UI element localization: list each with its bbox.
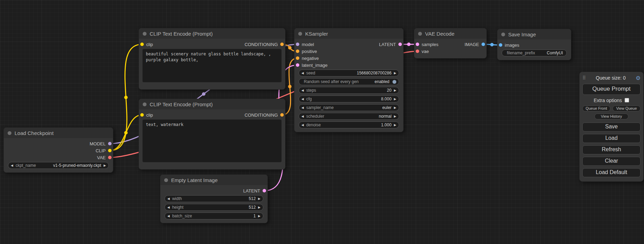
sampler-name-widget[interactable]: ◀ sampler_name euler ▶ bbox=[299, 104, 399, 111]
collapse-dot-icon[interactable] bbox=[164, 178, 168, 182]
positive-input-port[interactable] bbox=[296, 49, 299, 53]
latent-output-port[interactable] bbox=[263, 189, 266, 192]
slot-label: IMAGE bbox=[465, 42, 479, 47]
widget-value: 512 bbox=[249, 205, 256, 210]
decrement-arrow-icon[interactable]: ◀ bbox=[301, 115, 304, 118]
clip-output-port[interactable] bbox=[108, 149, 112, 152]
increment-arrow-icon[interactable]: ▶ bbox=[104, 164, 106, 167]
settings-gear-icon[interactable]: ⚙ bbox=[636, 75, 641, 81]
widget-label: denoise bbox=[306, 123, 321, 127]
increment-arrow-icon[interactable]: ▶ bbox=[394, 115, 396, 118]
node-title-bar: Empty Latent Image bbox=[160, 175, 267, 185]
decrement-arrow-icon[interactable]: ◀ bbox=[301, 72, 304, 75]
decrement-arrow-icon[interactable]: ◀ bbox=[301, 106, 304, 109]
node-empty-latent-image[interactable]: Empty Latent Image LATENT ◀ width 512 ▶ … bbox=[160, 174, 268, 223]
filename-prefix-widget[interactable]: filename_prefix ComfyUI bbox=[502, 49, 567, 56]
toggle-indicator-icon[interactable] bbox=[392, 80, 396, 84]
widget-label: Random seed after every gen bbox=[304, 79, 359, 84]
node-load-checkpoint[interactable]: Load Checkpoint MODEL CLIP VAE bbox=[3, 127, 113, 173]
increment-arrow-icon[interactable]: ▶ bbox=[394, 72, 396, 75]
widget-label: steps bbox=[306, 88, 316, 93]
node-clip-text-encode-negative[interactable]: CLIP Text Encode (Prompt) clip CONDITION… bbox=[139, 99, 285, 170]
image-output-port[interactable] bbox=[482, 43, 485, 46]
node-graph-canvas[interactable]: Load Checkpoint MODEL CLIP VAE bbox=[0, 0, 644, 244]
ckpt-name-widget[interactable]: ◀ ckpt_name v1-5-pruned-emaonly.ckpt ▶ bbox=[8, 162, 109, 169]
queue-menu-panel[interactable]: ⠿ Queue size: 0 ⚙ Queue Prompt Extra opt… bbox=[579, 72, 644, 182]
link-wire bbox=[110, 115, 142, 151]
collapse-dot-icon[interactable] bbox=[8, 131, 11, 135]
scheduler-widget[interactable]: ◀ scheduler normal ▶ bbox=[299, 113, 399, 120]
latent-image-input-port[interactable] bbox=[296, 63, 299, 67]
decrement-arrow-icon[interactable]: ◀ bbox=[11, 164, 13, 167]
conditioning-output-port[interactable] bbox=[280, 113, 284, 117]
view-history-button[interactable]: View History bbox=[594, 114, 628, 119]
load-default-button[interactable]: Load Default bbox=[582, 168, 641, 177]
node-title-bar: KSampler bbox=[294, 28, 403, 39]
denoise-widget[interactable]: ◀ denoise 1.000 ▶ bbox=[299, 121, 399, 128]
extra-options-checkbox[interactable] bbox=[625, 98, 629, 102]
decrement-arrow-icon[interactable]: ◀ bbox=[301, 98, 304, 101]
decrement-arrow-icon[interactable]: ◀ bbox=[167, 197, 170, 200]
vae-input-port[interactable] bbox=[416, 49, 419, 53]
random-seed-toggle-widget[interactable]: Random seed after every gen enabled bbox=[299, 78, 399, 85]
clip-input-port[interactable] bbox=[140, 43, 144, 46]
node-title: Save Image bbox=[508, 31, 536, 37]
seed-widget[interactable]: ◀ seed 156680208700286 ▶ bbox=[299, 70, 399, 76]
input-slot-latent-image: latent_image bbox=[296, 63, 327, 68]
increment-arrow-icon[interactable]: ▶ bbox=[258, 197, 261, 200]
steps-widget[interactable]: ◀ steps 20 ▶ bbox=[299, 87, 399, 94]
queue-front-button[interactable]: Queue Front bbox=[582, 106, 610, 111]
queue-prompt-button[interactable]: Queue Prompt bbox=[582, 84, 641, 95]
node-title-bar: Load Checkpoint bbox=[4, 128, 113, 138]
node-ksampler[interactable]: KSampler model LATENT positive bbox=[294, 28, 404, 132]
increment-arrow-icon[interactable]: ▶ bbox=[258, 206, 261, 209]
slot-label: clip bbox=[146, 42, 153, 47]
conditioning-output-port[interactable] bbox=[280, 43, 284, 46]
samples-input-port[interactable] bbox=[416, 43, 419, 46]
increment-arrow-icon[interactable]: ▶ bbox=[394, 124, 396, 127]
latent-output-port[interactable] bbox=[398, 43, 402, 46]
decrement-arrow-icon[interactable]: ◀ bbox=[301, 89, 304, 92]
output-slot-clip: CLIP bbox=[96, 148, 112, 153]
slot-label: VAE bbox=[97, 155, 106, 160]
node-title: Empty Latent Image bbox=[171, 177, 218, 183]
vae-output-port[interactable] bbox=[108, 156, 112, 159]
clear-button[interactable]: Clear bbox=[582, 157, 641, 166]
collapse-dot-icon[interactable] bbox=[418, 32, 422, 36]
cfg-widget[interactable]: ◀ cfg 8.000 ▶ bbox=[299, 96, 399, 102]
increment-arrow-icon[interactable]: ▶ bbox=[394, 89, 396, 92]
widget-value: normal bbox=[379, 114, 391, 119]
increment-arrow-icon[interactable]: ▶ bbox=[394, 106, 396, 109]
widget-value: 1 bbox=[253, 214, 256, 218]
collapse-dot-icon[interactable] bbox=[501, 33, 505, 36]
node-save-image[interactable]: Save Image images filename_prefix ComfyU… bbox=[497, 29, 571, 60]
batch-size-widget[interactable]: ◀ batch_size 1 ▶ bbox=[165, 213, 263, 219]
images-input-port[interactable] bbox=[499, 43, 502, 47]
collapse-dot-icon[interactable] bbox=[143, 32, 147, 36]
view-queue-button[interactable]: View Queue bbox=[612, 106, 641, 111]
collapse-dot-icon[interactable] bbox=[143, 102, 147, 106]
decrement-arrow-icon[interactable]: ◀ bbox=[167, 215, 170, 218]
collapse-dot-icon[interactable] bbox=[298, 32, 302, 36]
save-button[interactable]: Save bbox=[582, 123, 641, 132]
load-button[interactable]: Load bbox=[582, 134, 641, 143]
widget-label: batch_size bbox=[172, 214, 192, 218]
increment-arrow-icon[interactable]: ▶ bbox=[258, 215, 261, 218]
node-clip-text-encode-positive[interactable]: CLIP Text Encode (Prompt) clip CONDITION… bbox=[139, 28, 285, 90]
height-widget[interactable]: ◀ height 512 ▶ bbox=[165, 204, 263, 211]
width-widget[interactable]: ◀ width 512 ▶ bbox=[165, 195, 263, 202]
increment-arrow-icon[interactable]: ▶ bbox=[394, 98, 396, 101]
model-output-port[interactable] bbox=[108, 142, 112, 145]
negative-prompt-textarea[interactable]: text, watermark bbox=[142, 119, 282, 162]
model-input-port[interactable] bbox=[296, 43, 299, 46]
drag-handle-icon[interactable]: ⠿ bbox=[582, 75, 586, 81]
node-vae-decode[interactable]: VAE Decode samples IMAGE vae bbox=[414, 28, 487, 58]
extra-options-label: Extra options bbox=[594, 98, 622, 103]
decrement-arrow-icon[interactable]: ◀ bbox=[301, 124, 304, 127]
clip-input-port[interactable] bbox=[140, 113, 144, 117]
positive-prompt-textarea[interactable]: beautiful scenery nature glass bottle la… bbox=[142, 49, 282, 82]
negative-input-port[interactable] bbox=[296, 56, 299, 60]
widget-value: euler bbox=[382, 105, 391, 110]
decrement-arrow-icon[interactable]: ◀ bbox=[167, 206, 170, 209]
refresh-button[interactable]: Refresh bbox=[582, 145, 641, 154]
